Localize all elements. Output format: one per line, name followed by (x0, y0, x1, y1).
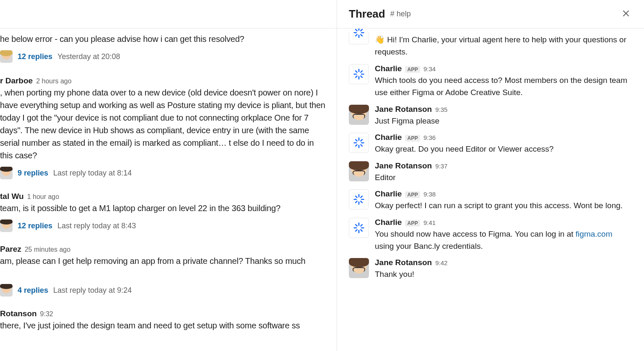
reply-last-time: Yesterday at 20:08 (57, 52, 120, 61)
app-badge: APP (405, 191, 420, 198)
message-author[interactable]: tal Wu (0, 192, 24, 201)
thread-avatar-wrap (349, 133, 369, 155)
reply-row[interactable]: 12 replies Last reply today at 8:43 (0, 219, 327, 232)
thread-text: Just Figma please (375, 115, 632, 127)
reply-count[interactable]: 12 replies (18, 222, 52, 230)
thread-avatar[interactable] (349, 33, 369, 44)
app-badge: APP (405, 135, 420, 142)
charlie-bot-icon (353, 222, 365, 234)
thread-time: 9:34 (423, 65, 436, 72)
reply-avatar[interactable] (0, 167, 13, 179)
message-body: , when porting my phone data over to a n… (0, 86, 327, 162)
thread-author[interactable]: Jane Rotanson (375, 161, 432, 170)
reply-avatar[interactable] (0, 284, 13, 297)
thread-author[interactable]: Charlie (375, 189, 402, 199)
thread-text: Editor (375, 171, 632, 183)
thread-time: 9:35 (435, 106, 447, 113)
svg-line-41 (361, 230, 362, 231)
thread-avatar[interactable] (349, 64, 369, 84)
thread-avatar-wrap (349, 64, 369, 99)
close-icon (622, 10, 630, 17)
svg-line-7 (361, 29, 362, 31)
thread-avatar[interactable] (349, 258, 369, 278)
app-root: he below error - can you please advise h… (0, 0, 644, 351)
thread-author[interactable]: Jane Rotanson (375, 105, 432, 114)
channel-message[interactable]: he below error - can you please advise h… (0, 33, 327, 63)
reply-row[interactable]: 4 replies Last reply today at 9:24 (0, 284, 327, 297)
thread-text: Thank you! (375, 268, 632, 280)
thread-message[interactable]: Charlie APP 9:38 Okay perfect! I can run… (349, 189, 632, 212)
svg-line-9 (361, 34, 362, 36)
reply-last-time: Last reply today at 8:43 (57, 222, 136, 230)
thread-time: 9:38 (423, 191, 436, 198)
thread-text: Which tools do you need access to? Most … (375, 74, 632, 99)
message-author[interactable]: Parez (0, 245, 21, 254)
thread-avatar-wrap (349, 161, 369, 183)
thread-pane: Thread # help 👋 Hi! I'm Charlie, your vi… (337, 0, 644, 351)
thread-scroll[interactable]: 👋 Hi! I'm Charlie, your virtual agent he… (337, 28, 644, 351)
reply-row[interactable]: 12 replies Yesterday at 20:08 (0, 50, 327, 63)
thread-text: You should now have access to Figma. You… (375, 228, 632, 253)
charlie-bot-icon (353, 28, 365, 39)
thread-title: Thread (349, 8, 385, 21)
thread-message[interactable]: Jane Rotanson 9:35 Just Figma please (349, 105, 632, 127)
thread-time: 9:36 (423, 134, 436, 141)
thread-avatar[interactable] (349, 133, 369, 153)
thread-avatar[interactable] (349, 105, 369, 125)
thread-avatar[interactable] (349, 161, 369, 181)
svg-line-31 (361, 196, 362, 198)
message-author[interactable]: Rotanson (0, 309, 37, 318)
channel-pane: he below error - can you please advise h… (0, 0, 337, 351)
thread-avatar[interactable] (349, 189, 369, 209)
reply-last-time: Last reply today at 8:14 (53, 169, 132, 178)
thread-message[interactable]: Jane Rotanson 9:42 Thank you! (349, 258, 632, 280)
thread-avatar[interactable] (349, 218, 369, 238)
reply-avatar[interactable] (0, 50, 13, 63)
channel-scroll[interactable]: he below error - can you please advise h… (0, 0, 337, 351)
close-thread-button[interactable] (620, 6, 632, 22)
thread-avatar-wrap (349, 33, 369, 58)
charlie-bot-icon (353, 137, 365, 149)
thread-avatar-wrap (349, 105, 369, 127)
svg-line-39 (361, 225, 362, 226)
reply-count[interactable]: 9 replies (18, 169, 48, 178)
reply-last-time: Last reply today at 9:24 (53, 286, 132, 295)
thread-avatar-wrap (349, 189, 369, 212)
thread-author[interactable]: Charlie (375, 133, 402, 142)
channel-message[interactable]: r Darboe 2 hours ago , when porting my p… (0, 76, 327, 179)
thread-message[interactable]: 👋 Hi! I'm Charlie, your virtual agent he… (349, 33, 632, 58)
charlie-bot-icon (353, 194, 365, 205)
svg-line-30 (356, 196, 357, 198)
svg-line-17 (361, 76, 362, 77)
thread-author[interactable]: Jane Rotanson (375, 258, 432, 267)
thread-channel-name[interactable]: # help (390, 10, 411, 18)
thread-text: Okay great. Do you need Editor or Viewer… (375, 143, 632, 155)
figma-link[interactable]: figma.com (576, 230, 613, 238)
thread-message[interactable]: Charlie APP 9:36 Okay great. Do you need… (349, 133, 632, 155)
message-time: 2 hours ago (36, 77, 72, 85)
channel-header-space (0, 3, 337, 28)
message-author[interactable]: r Darboe (0, 76, 33, 85)
reply-avatar[interactable] (0, 219, 13, 232)
reply-row[interactable]: 9 replies Last reply today at 8:14 (0, 167, 327, 179)
thread-message[interactable]: Charlie APP 9:34 Which tools do you need… (349, 64, 632, 99)
message-body: he below error - can you please advise h… (0, 33, 327, 45)
svg-line-22 (356, 139, 357, 141)
thread-author[interactable]: Charlie (375, 64, 402, 73)
svg-line-15 (361, 71, 362, 72)
message-time: 1 hour ago (27, 193, 60, 201)
thread-text: 👋 Hi! I'm Charlie, your virtual agent he… (375, 34, 632, 58)
thread-message[interactable]: Jane Rotanson 9:37 Editor (349, 161, 632, 183)
thread-time: 9:41 (423, 219, 436, 226)
message-body: there, I've just joined the design team … (0, 319, 327, 332)
thread-message[interactable]: Charlie APP 9:41 You should now have acc… (349, 218, 632, 253)
svg-line-6 (356, 29, 357, 31)
reply-count[interactable]: 12 replies (18, 52, 52, 61)
thread-author[interactable]: Charlie (375, 218, 402, 227)
channel-message[interactable]: tal Wu 1 hour ago team, is it possible t… (0, 192, 327, 232)
channel-message[interactable]: Parez 25 minutes ago am, please can I ge… (0, 245, 327, 297)
svg-line-24 (356, 145, 357, 147)
svg-line-23 (361, 139, 362, 141)
channel-message[interactable]: Rotanson 9:32 there, I've just joined th… (0, 309, 327, 332)
reply-count[interactable]: 4 replies (18, 286, 48, 295)
